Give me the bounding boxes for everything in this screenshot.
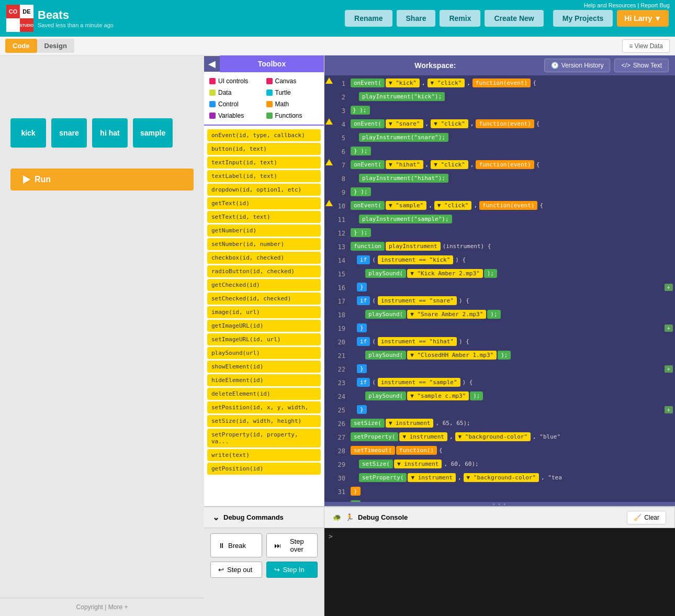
clear-button[interactable]: 🧹 Clear — [627, 511, 666, 524]
block-sample-dropdown[interactable]: ▼ "sample" — [386, 201, 426, 210]
hihat-button[interactable]: hi hat — [92, 118, 128, 148]
block-close-3[interactable]: } ); — [351, 106, 370, 115]
block-instrument-snare-cond[interactable]: instrument == "snare" — [378, 296, 457, 305]
block-write[interactable]: write(text) — [207, 449, 321, 461]
block-checkbox[interactable]: checkbox(id, checked) — [207, 252, 321, 264]
block-function-event-4[interactable]: function(event) — [476, 119, 534, 128]
block-setposition[interactable]: setPosition(id, x, y, width, — [207, 401, 321, 413]
block-dropdown[interactable]: dropdown(id, option1, etc) — [207, 184, 321, 196]
block-click-dropdown-4[interactable]: ▼ "click" — [431, 119, 468, 128]
block-setsize-26[interactable]: setSize( — [351, 419, 385, 428]
block-playinstrument-hihat[interactable]: playInstrument("hihat"); — [359, 174, 448, 183]
block-playsound-kick[interactable]: playSound( — [365, 269, 406, 278]
tab-code[interactable]: Code — [5, 39, 37, 53]
category-data[interactable]: Data — [208, 88, 263, 97]
block-setnumber[interactable]: setNumber(id, number) — [207, 238, 321, 250]
block-playsound[interactable]: playSound(url) — [207, 347, 321, 359]
break-button[interactable]: ⏸ Break — [210, 533, 262, 557]
sample-button[interactable]: sample — [133, 118, 173, 148]
version-history-button[interactable]: 🕐 Version History — [544, 59, 611, 72]
category-turtle[interactable]: Turtle — [265, 88, 320, 97]
block-setproperty-27[interactable]: setProperty( — [351, 432, 398, 441]
block-getimageurl[interactable]: getImageURL(id) — [207, 320, 321, 332]
block-radiobutton[interactable]: radioButton(id, checked) — [207, 265, 321, 277]
add-block-19[interactable]: + — [665, 324, 673, 332]
category-control[interactable]: Control — [208, 99, 263, 109]
block-showelement[interactable]: showElement(id) — [207, 361, 321, 373]
help-resources-link[interactable]: Help and Resources — [584, 2, 636, 8]
category-functions[interactable]: Functions — [265, 111, 320, 120]
block-playsound-hihat-close[interactable]: ); — [498, 351, 511, 360]
block-playsound-hihat[interactable]: playSound( — [365, 351, 406, 360]
block-click-dropdown[interactable]: ▼ "click" — [428, 79, 465, 87]
block-setchecked[interactable]: setChecked(id, checked) — [207, 293, 321, 305]
kick-button[interactable]: kick — [10, 118, 46, 148]
block-click-dropdown-10[interactable]: ▼ "click" — [434, 201, 472, 210]
category-ui-controls[interactable]: UI controls — [208, 76, 263, 86]
block-if-14[interactable]: if — [357, 255, 370, 264]
block-gettext[interactable]: getText(id) — [207, 197, 321, 209]
step-in-button[interactable]: ↪ Step In — [266, 562, 318, 578]
block-playinstrument-kick[interactable]: playInstrument("kick"); — [359, 92, 445, 101]
block-kick-dropdown[interactable]: ▼ "kick" — [386, 79, 420, 87]
report-bug-link[interactable]: Report Bug — [640, 2, 670, 8]
block-close-9[interactable]: } ); — [351, 187, 371, 196]
block-button[interactable]: button(id, text) — [207, 143, 321, 155]
block-instrument-var-30[interactable]: ▼ instrument — [408, 473, 455, 482]
block-if-17[interactable]: if — [357, 296, 370, 305]
block-getchecked[interactable]: getChecked(id) — [207, 279, 321, 291]
block-onevent-7[interactable]: onEvent( — [351, 160, 385, 169]
block-function-event-7[interactable]: function(event) — [476, 160, 534, 169]
block-function-event-10[interactable]: function(event) — [479, 201, 537, 210]
block-playinstrument-def[interactable]: playInstrument — [386, 242, 441, 251]
block-close-25[interactable]: } — [357, 405, 367, 414]
block-textlabel[interactable]: textLabel(id, text) — [207, 170, 321, 182]
debug-expand-icon[interactable]: ⌄ — [212, 512, 219, 522]
block-snare-dropdown[interactable]: ▼ "snare" — [386, 119, 423, 128]
block-playinstrument-sample[interactable]: playInstrument("sample"); — [359, 215, 452, 223]
block-close-19[interactable]: } — [357, 323, 367, 332]
category-math[interactable]: Math — [265, 99, 320, 109]
block-close-22[interactable]: } — [357, 364, 367, 373]
rename-button[interactable]: Rename — [345, 10, 392, 27]
block-setproperty-30[interactable]: setProperty( — [359, 473, 407, 482]
category-canvas[interactable]: Canvas — [265, 76, 320, 86]
block-instrument-hihat-cond[interactable]: instrument == "hihat" — [378, 337, 457, 346]
run-button[interactable]: Run — [10, 169, 194, 191]
block-playinstrument-snare[interactable]: playInstrument("snare"); — [359, 133, 448, 142]
block-close-16[interactable]: } — [357, 283, 367, 292]
hi-larry-button[interactable]: Hi Larry ▼ — [617, 10, 669, 27]
block-playsound-sample-close[interactable]: ); — [470, 391, 483, 400]
block-close-32[interactable]: } — [351, 500, 361, 502]
block-close-31[interactable]: } — [351, 487, 361, 496]
block-snare-mp3[interactable]: ▼ "Snare Amber 2.mp3" — [407, 310, 486, 319]
step-over-button[interactable]: ⏭ Step over — [266, 533, 318, 557]
block-instrument-sample-cond[interactable]: instrument == "sample" — [378, 378, 460, 387]
console-prompt[interactable]: > — [329, 532, 333, 540]
block-hihat-dropdown[interactable]: ▼ "hihat" — [386, 160, 423, 169]
block-close-12[interactable]: } ); — [351, 228, 371, 237]
block-image[interactable]: image(id, url) — [207, 306, 321, 318]
block-function-def[interactable]: function — [351, 242, 385, 251]
block-onevent-10[interactable]: onEvent( — [351, 201, 385, 210]
block-hihat-mp3[interactable]: ▼ "ClosedHH Amber 1.mp3" — [407, 351, 497, 360]
share-button[interactable]: Share — [397, 10, 436, 27]
view-data-button[interactable]: ≡ View Data — [622, 39, 670, 53]
block-function-28[interactable]: function() — [396, 446, 437, 455]
block-bg-color-27[interactable]: ▼ "background-color" — [455, 432, 531, 441]
block-settext[interactable]: setText(id, text) — [207, 211, 321, 223]
block-getposition[interactable]: getPosition(id) — [207, 463, 321, 475]
block-kick-mp3[interactable]: ▼ "Kick Amber 2.mp3" — [407, 269, 482, 278]
block-click-dropdown-7[interactable]: ▼ "click" — [431, 160, 468, 169]
block-deleteelement[interactable]: deleteElement(id) — [207, 388, 321, 400]
block-getnumber[interactable]: getNumber(id) — [207, 225, 321, 237]
add-block-25[interactable]: + — [665, 406, 673, 413]
block-function-event[interactable]: function(event) — [473, 79, 531, 87]
block-playsound-snare[interactable]: playSound( — [365, 310, 406, 319]
block-setsize[interactable]: setSize(id, width, height) — [207, 415, 321, 427]
block-settimeout-28[interactable]: setTimeout( — [351, 446, 395, 455]
snare-button[interactable]: snare — [51, 118, 87, 148]
block-onevent-1[interactable]: onEvent( — [351, 79, 385, 87]
more-link[interactable]: More + — [108, 603, 128, 611]
show-text-button[interactable]: </> Show Text — [614, 59, 669, 72]
